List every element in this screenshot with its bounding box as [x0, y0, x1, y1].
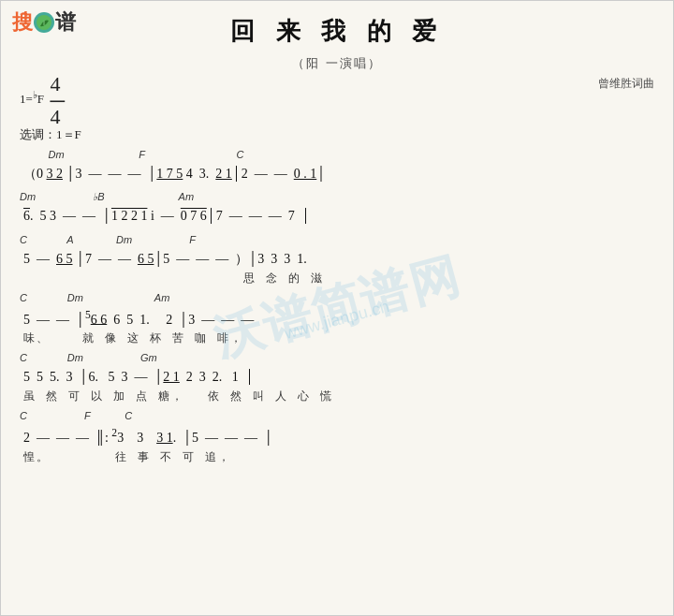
logo-search: 搜 [12, 8, 33, 37]
page: 搜 谱 回 来 我 的 爱 （阳 一演唱） 1=♭F 4─4 选调：1＝F 曾维… [0, 0, 674, 616]
key-left: 1=♭F 4─4 选调：1＝F [20, 76, 81, 143]
alt-key: 选调：1＝F [20, 125, 81, 144]
lyric-line-4: 味、 就 像 这 杯 苦 咖 啡， [20, 330, 654, 346]
notation-line-3: 5 — 6 5 │7 — — 6 5│5 — — — ）│3 3 3 1. [20, 247, 654, 271]
notation-line-1: （0 3 2 │3 — — — │1 7 5 4 3. 2 1│2 — — 0 … [20, 162, 654, 185]
score-line-3: C A Dm F 5 — 6 5 │7 — — 6 5│5 — — — ）│3 … [20, 234, 654, 286]
logo: 搜 谱 [12, 8, 76, 37]
score-line-5: C Dm Gm 5 5 5. 3 │6. 5 3 — │2 1 2 3 2. 1… [20, 352, 654, 404]
key-signature: 1=♭F 4─4 [20, 76, 81, 125]
chord-line-6: C F C [20, 410, 132, 421]
lyric-line-6: 惶。 往 事 不 可 追， [20, 449, 654, 465]
logo-leaf-icon [34, 12, 54, 33]
page-title: 回 来 我 的 爱 [230, 15, 444, 48]
chord-line-3: C A Dm F [20, 234, 196, 245]
score-line-1: Dm F C （0 3 2 │3 — — — │1 7 5 4 3. 2 1│2… [20, 149, 654, 185]
key-info: 1=♭F 4─4 选调：1＝F 曾维胜词曲 [20, 76, 654, 143]
logo-score-text: 谱 [55, 8, 76, 37]
composer: 曾维胜词曲 [598, 76, 654, 92]
notation-line-5: 5 5 5. 3 │6. 5 3 — │2 1 2 3 2. 1 │ [20, 365, 654, 389]
chord-line-1: Dm F C [20, 149, 243, 160]
score-line-4: C Dm Am 5 — — │56 6 6 5 1. 2 │3 — — — 味、… [20, 292, 654, 347]
chord-line-2: Dm ♭B Am [20, 191, 194, 203]
score-container: Dm F C （0 3 2 │3 — — — │1 7 5 4 3. 2 1│2… [12, 149, 662, 465]
notation-line-6: 2 — — — ║: 23 3 3 1. │5 — — — │ [20, 423, 654, 449]
lyric-line-3: 思 念 的 滋 [20, 271, 654, 286]
chord-line-5: C Dm Gm [20, 352, 157, 363]
score-line-2: Dm ♭B Am 6. 5 3 — — │1 2 2 1 i — 0 7 6│7… [20, 191, 654, 227]
notation-line-2: 6. 5 3 — — │1 2 2 1 i — 0 7 6│7 — — — 7 … [20, 204, 654, 227]
subtitle: （阳 一演唱） [12, 55, 662, 72]
notation-line-4: 5 — — │56 6 6 5 1. 2 │3 — — — [20, 305, 654, 331]
lyric-line-5: 虽 然 可 以 加 点 糖， 依 然 叫 人 心 慌 [20, 389, 654, 404]
score-line-6: C F C 2 — — — ║: 23 3 3 1. │5 — — — │ 惶。… [20, 410, 654, 465]
chord-line-4: C Dm Am [20, 292, 169, 303]
header: 搜 谱 回 来 我 的 爱 [12, 8, 662, 53]
